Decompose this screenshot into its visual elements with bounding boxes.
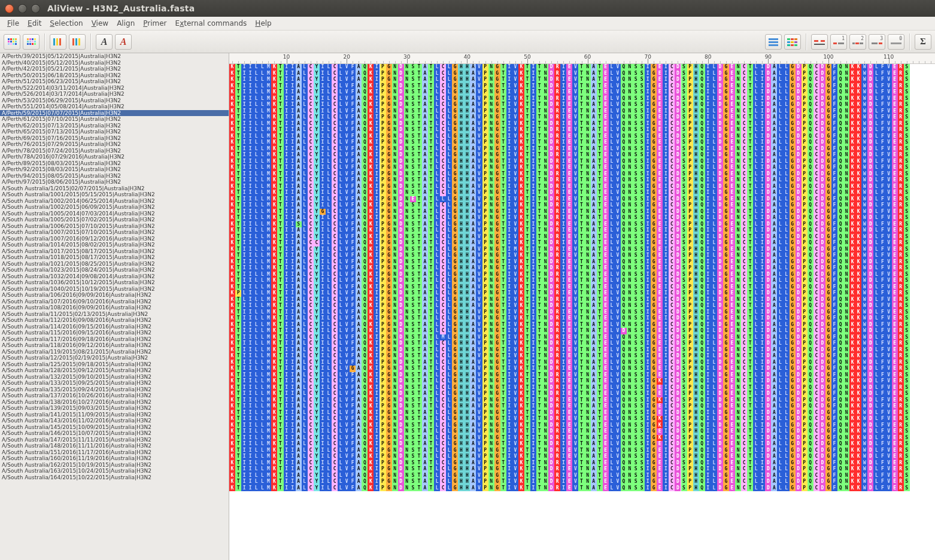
alignment-cell[interactable]: S (681, 403, 687, 410)
alignment-cell[interactable]: P (482, 221, 488, 228)
alignment-cell[interactable]: T (524, 347, 530, 354)
menu-view[interactable]: View (88, 18, 112, 29)
alignment-cell[interactable]: S (681, 272, 687, 278)
alignment-cell[interactable]: G (452, 428, 458, 435)
alignment-cell[interactable]: L (711, 227, 717, 234)
alignment-cell[interactable]: M (265, 71, 271, 77)
alignment-cell[interactable]: S (410, 297, 416, 303)
alignment-cell[interactable]: E (657, 473, 663, 479)
alignment-cell[interactable]: V (344, 391, 350, 397)
alignment-cell[interactable]: L (434, 246, 440, 253)
alignment-cell[interactable]: S (410, 334, 416, 341)
alignment-cell[interactable]: D (819, 454, 825, 460)
alignment-cell[interactable]: F (831, 202, 837, 209)
alignment-cell[interactable]: L (338, 473, 344, 479)
alignment-cell[interactable]: P (482, 366, 488, 372)
alignment-cell[interactable]: K (855, 215, 861, 221)
alignment-cell[interactable]: S (681, 196, 687, 203)
alignment-cell[interactable]: A (591, 272, 597, 278)
alignment-cell[interactable]: E (729, 441, 735, 448)
alignment-cell[interactable]: V (572, 139, 578, 146)
alignment-cell[interactable]: L (326, 297, 332, 303)
alignment-cell[interactable]: G (651, 159, 657, 165)
alignment-cell[interactable]: E (566, 284, 572, 291)
alignment-cell[interactable]: E (603, 209, 609, 215)
alignment-cell[interactable]: D (796, 64, 802, 71)
alignment-cell[interactable]: H (464, 209, 470, 215)
alignment-cell[interactable]: L (326, 315, 332, 322)
alignment-cell[interactable]: G (452, 252, 458, 259)
alignment-cell[interactable]: Q (699, 177, 705, 184)
alignment-cell[interactable]: T (416, 391, 422, 397)
alignment-cell[interactable]: G (452, 177, 458, 184)
alignment-cell[interactable]: F (879, 108, 885, 115)
alignment-cell[interactable]: C (669, 485, 675, 492)
alignment-cell[interactable]: F (879, 252, 885, 259)
alignment-cell[interactable]: N (404, 146, 410, 153)
alignment-cell[interactable]: F (879, 259, 885, 266)
alignment-cell[interactable]: T (747, 303, 753, 309)
alignment-cell[interactable]: K (271, 485, 277, 492)
alignment-cell[interactable]: L (259, 139, 265, 146)
alignment-cell[interactable]: G (651, 83, 657, 90)
alignment-cell[interactable]: E (729, 315, 735, 322)
alignment-cell[interactable]: K (855, 410, 861, 416)
alignment-cell[interactable]: I (290, 309, 296, 316)
alignment-cell[interactable]: T (578, 152, 584, 159)
alignment-cell[interactable]: L (711, 96, 717, 102)
alignment-cell[interactable]: T (747, 454, 753, 460)
alignment-cell[interactable]: A (422, 340, 428, 347)
alignment-cell[interactable]: L (326, 422, 332, 429)
alignment-cell[interactable]: Q (362, 297, 368, 303)
alignment-cell[interactable]: C (813, 473, 819, 479)
alignment-cell[interactable]: A (422, 322, 428, 328)
alignment-cell[interactable]: A (771, 397, 777, 404)
alignment-cell[interactable]: L (609, 159, 615, 165)
alignment-cell[interactable]: D (717, 196, 723, 203)
alignment-cell[interactable]: K (229, 265, 235, 272)
alignment-cell[interactable]: S (681, 114, 687, 121)
alignment-cell[interactable]: F (350, 378, 356, 385)
alignment-cell[interactable]: L (753, 479, 759, 485)
alignment-cell[interactable]: T (578, 77, 584, 83)
alignment-cell[interactable]: S (681, 184, 687, 190)
alignment-cell[interactable]: K (271, 259, 277, 266)
alignment-cell[interactable]: T (235, 64, 241, 71)
alignment-cell[interactable]: E (892, 284, 898, 291)
alignment-cell[interactable]: V (886, 146, 892, 153)
alignment-cell[interactable]: K (849, 196, 855, 203)
alignment-cell[interactable]: E (566, 83, 572, 90)
alignment-cell[interactable]: G (452, 391, 458, 397)
alignment-cell[interactable]: Q (837, 234, 843, 241)
alignment-cell[interactable]: T (536, 353, 542, 360)
alignment-cell[interactable]: G (494, 272, 500, 278)
alignment-cell[interactable]: T (536, 77, 542, 83)
alignment-cell[interactable]: E (657, 403, 663, 410)
alignment-cell[interactable]: N (843, 190, 849, 196)
alignment-cell[interactable]: L (873, 315, 879, 322)
alignment-cell[interactable]: C (332, 466, 338, 473)
alignment-cell[interactable]: I (645, 422, 651, 429)
alignment-cell[interactable]: H (458, 448, 464, 454)
alignment-cell[interactable]: D (675, 385, 681, 391)
alignment-cell[interactable]: E (603, 184, 609, 190)
alignment-cell[interactable]: E (566, 139, 572, 146)
alignment-cell[interactable]: V (512, 177, 518, 184)
alignment-cell[interactable]: C (813, 240, 819, 246)
alignment-cell[interactable]: V (512, 378, 518, 385)
alignment-cell[interactable]: E (657, 309, 663, 316)
alignment-cell[interactable]: N (735, 184, 741, 190)
alignment-cell[interactable]: C (669, 240, 675, 246)
alignment-cell[interactable]: L (609, 89, 615, 96)
alignment-cell[interactable]: L (253, 108, 259, 115)
alignment-cell[interactable]: G (790, 309, 796, 316)
alignment-cell[interactable]: W (861, 139, 867, 146)
alignment-cell[interactable]: N (392, 71, 398, 77)
alignment-cell[interactable]: D (675, 252, 681, 259)
alignment-cell[interactable]: S (639, 227, 645, 234)
alignment-cell[interactable]: C (440, 372, 446, 379)
alignment-cell[interactable]: L (609, 441, 615, 448)
alignment-cell[interactable]: L (711, 202, 717, 209)
alignment-cell[interactable]: R (898, 102, 904, 108)
alignment-cell[interactable]: P (687, 366, 693, 372)
